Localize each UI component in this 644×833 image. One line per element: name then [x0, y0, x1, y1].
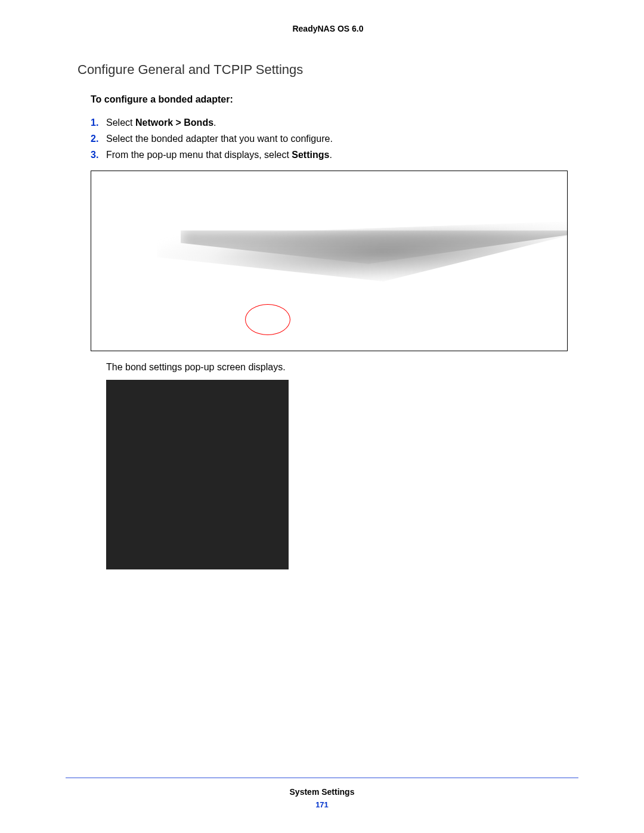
doc-header: ReadyNAS OS 6.0	[78, 24, 578, 33]
footer-page-number: 171	[0, 800, 644, 809]
footer-divider	[66, 778, 578, 778]
footer-section-name: System Settings	[0, 787, 644, 797]
step-list: 1. Select Network > Bonds. 2. Select the…	[78, 114, 578, 163]
section-title: Configure General and TCPIP Settings	[78, 62, 578, 78]
procedure-heading: To configure a bonded adapter:	[78, 94, 578, 105]
screenshot-figure-2	[106, 380, 289, 569]
step-number: 3.	[91, 147, 106, 163]
step-item: 1. Select Network > Bonds.	[91, 114, 578, 131]
step-number: 2.	[91, 131, 106, 147]
page-footer: System Settings 171	[0, 787, 644, 809]
figure-caption: The bond settings pop-up screen displays…	[106, 362, 578, 373]
screenshot-figure-1	[91, 171, 568, 351]
step-item: 3. From the pop-up menu that displays, s…	[91, 147, 578, 163]
step-number: 1.	[91, 114, 106, 131]
step-text: Select Network > Bonds.	[106, 114, 578, 131]
step-text: From the pop-up menu that displays, sele…	[106, 147, 578, 163]
step-text: Select the bonded adapter that you want …	[106, 131, 578, 147]
callout-oval-icon	[245, 304, 290, 335]
step-item: 2. Select the bonded adapter that you wa…	[91, 131, 578, 147]
